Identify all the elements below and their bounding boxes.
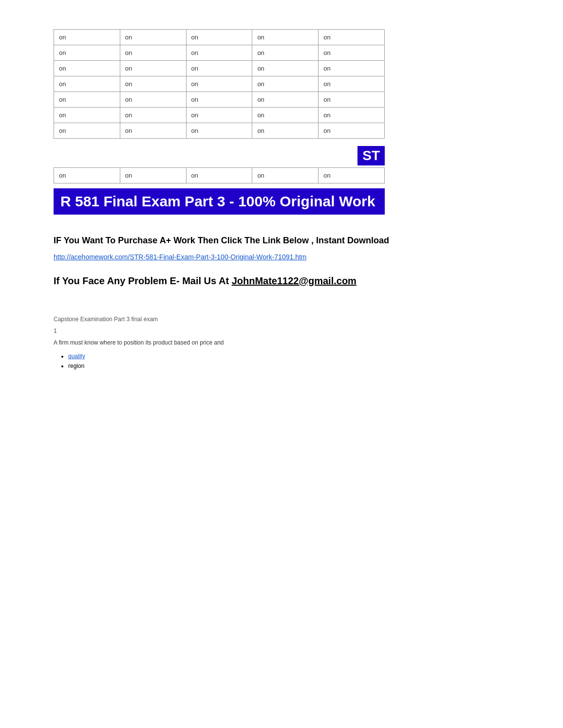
cell: on bbox=[319, 45, 385, 61]
cell: on bbox=[54, 76, 120, 92]
cell: on bbox=[120, 61, 186, 76]
answer-list: quality region bbox=[54, 353, 509, 369]
contact-heading: If You Face Any Problem E- Mail Us At Jo… bbox=[54, 275, 509, 287]
cell: on bbox=[319, 61, 385, 76]
list-item: region bbox=[68, 363, 509, 369]
cell: on bbox=[319, 108, 385, 123]
cell: on bbox=[319, 123, 385, 139]
cell: on bbox=[54, 61, 120, 76]
contact-section: If You Face Any Problem E- Mail Us At Jo… bbox=[54, 275, 509, 287]
answer-region: region bbox=[68, 363, 84, 369]
table-row: on on on on on bbox=[54, 45, 385, 61]
cell: on bbox=[120, 76, 186, 92]
contact-prefix: If You Face Any Problem E- Mail Us At bbox=[54, 275, 232, 286]
table-row: on on on on on bbox=[54, 92, 385, 108]
exam-label: Capstone Examination Part 3 final exam bbox=[54, 316, 509, 323]
cell: on bbox=[186, 123, 252, 139]
question-number: 1 bbox=[54, 328, 509, 334]
cell: on bbox=[252, 30, 319, 45]
cell: on bbox=[186, 168, 252, 183]
cell: on bbox=[120, 108, 186, 123]
grid-table-1: on on on on on on on on on on on on on o… bbox=[54, 29, 385, 139]
cell: on bbox=[186, 30, 252, 45]
cell: on bbox=[252, 123, 319, 139]
cell: on bbox=[120, 30, 186, 45]
table-row: on on on on on bbox=[54, 61, 385, 76]
cell: on bbox=[120, 168, 186, 183]
answer-quality-link[interactable]: quality bbox=[68, 353, 85, 360]
cell: on bbox=[120, 123, 186, 139]
cell: on bbox=[54, 123, 120, 139]
st-badge: ST bbox=[357, 146, 385, 165]
cell: on bbox=[186, 45, 252, 61]
cell: on bbox=[252, 61, 319, 76]
cell: on bbox=[120, 92, 186, 108]
title-banner: R 581 Final Exam Part 3 - 100% Original … bbox=[54, 188, 385, 215]
cell: on bbox=[54, 30, 120, 45]
cell: on bbox=[319, 76, 385, 92]
purchase-link[interactable]: http://acehomework.com/STR-581-Final-Exa… bbox=[54, 253, 509, 261]
cell: on bbox=[252, 92, 319, 108]
cell: on bbox=[54, 168, 120, 183]
badge-row: ST bbox=[54, 144, 385, 165]
cell: on bbox=[54, 45, 120, 61]
question-text: A firm must know where to position its p… bbox=[54, 339, 509, 346]
table-row: on on on on on bbox=[54, 30, 385, 45]
purchase-heading: IF You Want To Purchase A+ Work Then Cli… bbox=[54, 234, 509, 247]
cell: on bbox=[54, 92, 120, 108]
exam-section: Capstone Examination Part 3 final exam 1… bbox=[54, 316, 509, 369]
grid-table-2: on on on on on bbox=[54, 167, 385, 183]
cell: on bbox=[319, 168, 385, 183]
cell: on bbox=[252, 108, 319, 123]
table-row: on on on on on bbox=[54, 76, 385, 92]
table-row: on on on on on bbox=[54, 123, 385, 139]
cell: on bbox=[319, 92, 385, 108]
contact-email[interactable]: JohnMate1122@gmail.com bbox=[232, 275, 357, 286]
cell: on bbox=[54, 108, 120, 123]
cell: on bbox=[186, 76, 252, 92]
cell: on bbox=[319, 30, 385, 45]
cell: on bbox=[186, 61, 252, 76]
cell: on bbox=[186, 92, 252, 108]
table-row: on on on on on bbox=[54, 168, 385, 183]
cell: on bbox=[252, 76, 319, 92]
list-item: quality bbox=[68, 353, 509, 360]
cell: on bbox=[252, 168, 319, 183]
cell: on bbox=[186, 108, 252, 123]
table-row: on on on on on bbox=[54, 108, 385, 123]
cell: on bbox=[120, 45, 186, 61]
purchase-section: IF You Want To Purchase A+ Work Then Cli… bbox=[54, 234, 509, 261]
cell: on bbox=[252, 45, 319, 61]
